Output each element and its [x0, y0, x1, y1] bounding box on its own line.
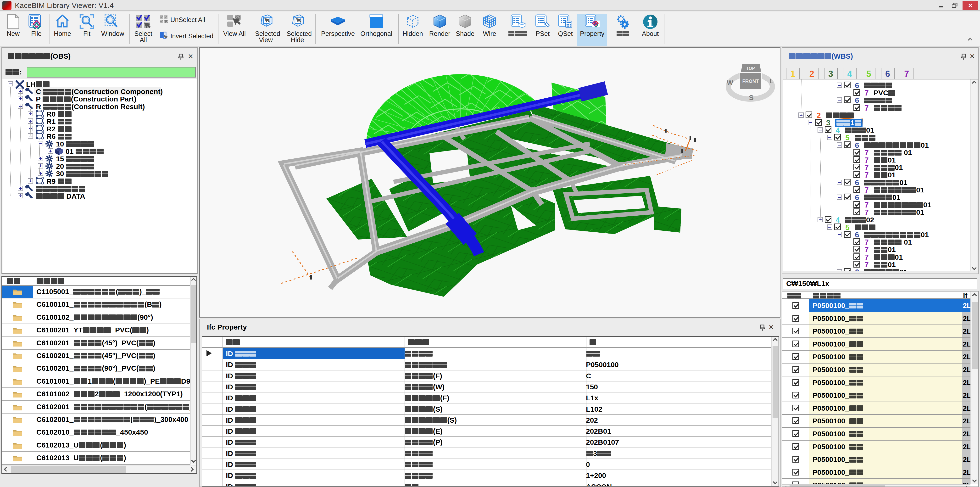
- svg-text:L: L: [770, 78, 773, 85]
- svg-text:W: W: [727, 79, 733, 86]
- svg-text:TOP: TOP: [746, 66, 755, 71]
- svg-text:FRONT: FRONT: [742, 78, 759, 84]
- svg-text:S: S: [749, 94, 754, 102]
